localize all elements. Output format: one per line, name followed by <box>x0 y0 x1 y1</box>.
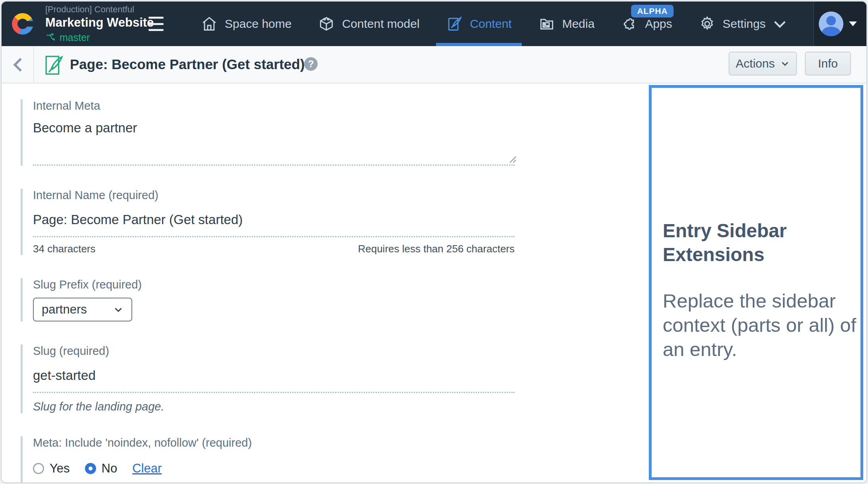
field-help-text: Slug for the landing page. <box>33 393 515 413</box>
field-value: get-started <box>33 368 96 383</box>
sidebar-description: Replace the sidebar context (parts or al… <box>663 289 858 362</box>
field-label: Internal Meta <box>33 99 515 112</box>
organization-label: [Production] Contentful <box>45 4 154 15</box>
content-model-icon <box>318 15 335 33</box>
alpha-badge: ALPHA <box>631 5 673 17</box>
field-slug-prefix: Slug Prefix (required) partners <box>21 278 515 321</box>
entry-sidebar-extension-panel: Entry Sidebar Extensions Replace the sid… <box>649 85 863 480</box>
home-icon <box>201 15 218 33</box>
nav-item-content-model[interactable]: Content model <box>305 2 432 46</box>
sidebar-heading: Entry Sidebar Extensions <box>663 219 829 267</box>
resize-handle-icon[interactable] <box>508 155 517 164</box>
chevron-down-icon <box>771 15 789 33</box>
entry-form: Internal Meta Become a partner Internal … <box>21 99 515 483</box>
nav-item-settings[interactable]: Settings <box>685 2 808 46</box>
field-value: Become a partner <box>33 120 515 136</box>
field-internal-name: Internal Name (required) Page: Become Pa… <box>21 189 515 255</box>
field-help-text: Whether or not this page should be index… <box>33 479 515 483</box>
user-account-menu[interactable] <box>819 12 857 36</box>
media-icon <box>538 15 556 33</box>
nav-item-apps[interactable]: ALPHA Apps <box>608 2 685 46</box>
avatar <box>819 12 843 36</box>
radio-label: No <box>102 461 118 476</box>
field-internal-meta: Internal Meta Become a partner <box>21 99 515 166</box>
actions-button[interactable]: Actions <box>729 52 797 76</box>
settings-gear-icon <box>698 15 716 33</box>
nav-label: Media <box>562 17 595 31</box>
divider <box>33 46 34 83</box>
field-label: Slug Prefix (required) <box>33 278 515 291</box>
internal-name-input[interactable]: Page: Become Partner (Get started) <box>33 208 515 237</box>
internal-meta-textarea[interactable]: Become a partner <box>33 119 515 166</box>
nav-label: Content model <box>342 17 419 31</box>
app-window: [Production] Contentful Marketing Websit… <box>1 1 867 483</box>
entry-editor-main: Internal Meta Become a partner Internal … <box>2 84 866 482</box>
constraint-note: Requires less than 256 characters <box>358 243 515 255</box>
char-counter: 34 characters <box>33 243 96 255</box>
contentful-logo-icon <box>12 13 33 35</box>
nav-label: Settings <box>723 17 766 31</box>
slug-input[interactable]: get-started <box>33 364 515 393</box>
radio-option-no[interactable]: No <box>85 461 118 476</box>
info-button[interactable]: Info <box>805 52 851 76</box>
field-meta-noindex: Meta: Include 'noindex, nofollow' (requi… <box>21 436 515 483</box>
space-name: Marketing Website <box>45 15 154 31</box>
field-label: Slug (required) <box>33 345 515 358</box>
entry-content-icon <box>43 52 65 78</box>
chevron-down-icon <box>113 304 123 315</box>
select-value: partners <box>42 302 87 317</box>
apps-puzzle-icon <box>621 15 638 33</box>
nav-item-media[interactable]: Media <box>525 2 608 46</box>
clear-link[interactable]: Clear <box>132 461 162 476</box>
space-selector[interactable]: [Production] Contentful Marketing Websit… <box>12 2 154 46</box>
nav-label: Apps <box>645 17 672 31</box>
actions-button-label: Actions <box>736 57 775 70</box>
environment-label: master <box>60 31 90 44</box>
page-title: Page: Become Partner (Get started) <box>70 56 305 72</box>
field-slug: Slug (required) get-started Slug for the… <box>21 345 515 413</box>
field-label: Meta: Include 'noindex, nofollow' (requi… <box>33 436 515 449</box>
radio-unchecked-icon <box>33 463 44 474</box>
main-nav: Space home Content model Content <box>187 2 808 46</box>
radio-label: Yes <box>50 461 70 476</box>
nav-item-content[interactable]: Content <box>433 2 525 46</box>
top-navigation-bar: [Production] Contentful Marketing Websit… <box>2 2 866 46</box>
field-value: Page: Become Partner (Get started) <box>33 212 243 227</box>
content-icon <box>446 15 463 33</box>
branch-icon <box>45 32 56 43</box>
chevron-down-icon <box>849 21 857 26</box>
back-chevron-icon[interactable] <box>10 56 28 74</box>
chevron-down-icon <box>780 59 790 68</box>
radio-checked-icon <box>85 463 96 474</box>
field-label: Internal Name (required) <box>33 189 515 202</box>
nav-label: Space home <box>225 17 291 31</box>
nav-label: Content <box>470 17 512 31</box>
nav-item-space-home[interactable]: Space home <box>187 2 305 46</box>
hamburger-menu-icon[interactable] <box>149 17 164 31</box>
entry-title-bar: Page: Become Partner (Get started) ? Act… <box>2 46 866 83</box>
info-button-label: Info <box>818 57 838 70</box>
radio-option-yes[interactable]: Yes <box>33 461 70 476</box>
slug-prefix-select[interactable]: partners <box>33 298 132 321</box>
help-icon[interactable]: ? <box>304 57 318 71</box>
